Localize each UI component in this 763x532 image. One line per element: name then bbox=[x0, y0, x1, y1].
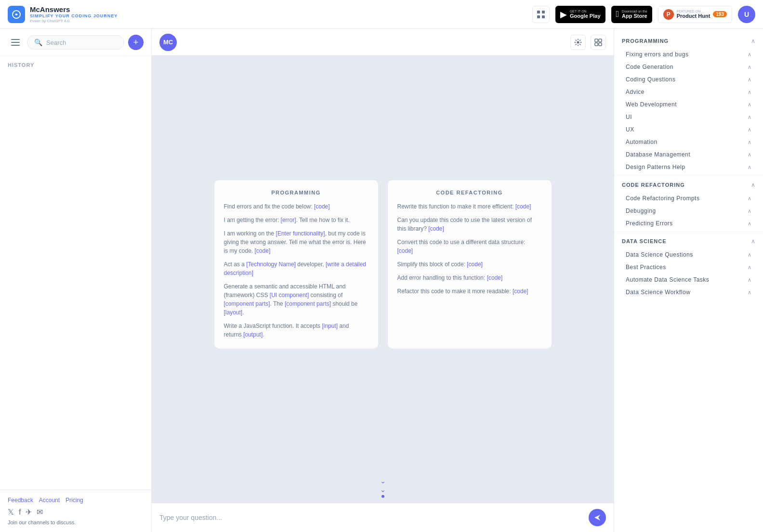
app-store-button[interactable]:  Download on the App Store bbox=[611, 6, 652, 23]
send-button[interactable] bbox=[589, 509, 606, 526]
facebook-icon[interactable]: f bbox=[19, 508, 21, 517]
product-hunt-logo: P bbox=[663, 9, 674, 20]
email-icon[interactable]: ✉ bbox=[37, 507, 43, 517]
left-sidebar: 🔍 Search + HISTORY Feedback Account Pric… bbox=[0, 29, 152, 532]
rs-item-ui[interactable]: UI ∧ bbox=[614, 111, 763, 123]
chevron-up-icon: ∧ bbox=[748, 64, 751, 70]
telegram-icon[interactable]: ✈ bbox=[26, 507, 32, 517]
svg-rect-10 bbox=[599, 39, 602, 42]
social-links: 𝕏 f ✈ ✉ bbox=[8, 507, 144, 517]
rs-item-code-generation[interactable]: Code Generation ∧ bbox=[614, 61, 763, 73]
prompt-item[interactable]: Find errors and fix the code below: [cod… bbox=[224, 202, 368, 211]
prompt-item[interactable]: Write a JavaScript function. It accepts … bbox=[224, 322, 368, 339]
chevron-up-icon: ∧ bbox=[748, 277, 751, 283]
chevron-up-icon: ∧ bbox=[748, 52, 751, 58]
chevron-up-icon: ∧ bbox=[751, 238, 755, 245]
prompt-item[interactable]: I am getting the error: [error]. Tell me… bbox=[224, 216, 368, 224]
chat-avatar: MC bbox=[159, 34, 177, 51]
rs-item-ux[interactable]: UX ∧ bbox=[614, 123, 763, 136]
rs-item-predicting-errors[interactable]: Predicting Errors ∧ bbox=[614, 217, 763, 230]
rs-section-code-refactoring[interactable]: CODE REFACTORING ∧ bbox=[614, 178, 763, 192]
programming-card-title: PROGRAMMING bbox=[224, 190, 368, 195]
prompt-cards-container: PROGRAMMING Find errors and fix the code… bbox=[214, 180, 552, 349]
google-play-button[interactable]: ▶ GET IT ON Google Play bbox=[555, 6, 605, 23]
layout-icon-btn[interactable] bbox=[591, 35, 606, 50]
rs-item-design-patterns[interactable]: Design Patterns Help ∧ bbox=[614, 161, 763, 173]
prompt-item[interactable]: Rewrite this function to make it more ef… bbox=[397, 202, 542, 211]
account-link[interactable]: Account bbox=[39, 497, 60, 504]
chevron-up-icon: ∧ bbox=[748, 264, 751, 271]
section-divider-2 bbox=[614, 232, 763, 232]
settings-icon-btn[interactable] bbox=[570, 35, 586, 50]
prompt-item[interactable]: Generate a semantic and accessible HTML … bbox=[224, 282, 368, 317]
rs-item-data-science-questions[interactable]: Data Science Questions ∧ bbox=[614, 248, 763, 261]
chat-input-area bbox=[152, 503, 614, 532]
app-tagline: SIMPLIFY YOUR CODING JOURNEY bbox=[30, 13, 118, 18]
prompt-item[interactable]: I am working on the [Enter functionality… bbox=[224, 229, 368, 255]
search-box[interactable]: 🔍 Search bbox=[27, 35, 124, 50]
pricing-link[interactable]: Pricing bbox=[66, 497, 83, 504]
chevron-up-icon: ∧ bbox=[748, 114, 751, 120]
hamburger-button[interactable] bbox=[8, 35, 23, 50]
rs-item-automation[interactable]: Automation ∧ bbox=[614, 136, 763, 148]
chat-header: MC bbox=[152, 29, 614, 56]
chevron-up-icon: ∧ bbox=[748, 77, 751, 83]
rs-item-fixing-errors[interactable]: Fixing errors and bugs ∧ bbox=[614, 48, 763, 61]
rs-item-advice[interactable]: Advice ∧ bbox=[614, 86, 763, 98]
prompt-item[interactable]: Add error handling to this function: [co… bbox=[397, 273, 542, 282]
chevron-up-icon: ∧ bbox=[748, 208, 751, 214]
rs-item-web-development[interactable]: Web Development ∧ bbox=[614, 98, 763, 111]
prompt-item[interactable]: Refactor this code to make it more reada… bbox=[397, 287, 542, 296]
svg-rect-5 bbox=[11, 39, 20, 40]
sidebar-top: 🔍 Search + bbox=[0, 29, 151, 56]
chevron-up-icon: ∧ bbox=[748, 289, 751, 296]
chat-input[interactable] bbox=[159, 514, 584, 521]
code-refactoring-card-title: CODE REFACTORING bbox=[397, 190, 542, 195]
chevron-up-icon: ∧ bbox=[748, 89, 751, 95]
rs-item-best-practices[interactable]: Best Practices ∧ bbox=[614, 261, 763, 273]
rs-item-refactoring-prompts[interactable]: Code Refactoring Prompts ∧ bbox=[614, 192, 763, 205]
chevron-up-icon: ∧ bbox=[748, 252, 751, 258]
search-placeholder-text: Search bbox=[46, 39, 66, 46]
chevron-down-icon: ⌄ bbox=[380, 478, 386, 484]
chevron-up-icon: ∧ bbox=[748, 164, 751, 170]
product-hunt-button[interactable]: P FEATURED ON Product Hunt 193 bbox=[658, 6, 732, 23]
prompt-item[interactable]: Convert this code to use a different dat… bbox=[397, 238, 542, 255]
rs-section-programming[interactable]: PROGRAMMING ∧ bbox=[614, 34, 763, 48]
rs-item-coding-questions[interactable]: Coding Questions ∧ bbox=[614, 73, 763, 86]
main-layout: 🔍 Search + HISTORY Feedback Account Pric… bbox=[0, 29, 763, 532]
prompt-item[interactable]: Act as a [Technology Name] developer, [w… bbox=[224, 260, 368, 277]
powered-by: Power by ChatGPT 4.0. bbox=[30, 19, 118, 23]
grid-view-button[interactable] bbox=[532, 6, 550, 23]
chevron-down-icon-2: ⌄ bbox=[380, 486, 386, 493]
google-play-icon: ▶ bbox=[560, 9, 567, 20]
product-hunt-count: 193 bbox=[713, 11, 727, 17]
center-main: MC PROGRAMM bbox=[152, 29, 614, 532]
scroll-dot bbox=[382, 495, 384, 498]
scroll-indicator: ⌄ ⌄ bbox=[152, 473, 614, 503]
feedback-link[interactable]: Feedback bbox=[8, 497, 33, 504]
rs-item-database-management[interactable]: Database Management ∧ bbox=[614, 148, 763, 161]
chevron-up-icon: ∧ bbox=[748, 102, 751, 108]
chevron-up-icon: ∧ bbox=[748, 127, 751, 133]
twitter-icon[interactable]: 𝕏 bbox=[8, 507, 14, 517]
svg-rect-2 bbox=[542, 11, 545, 13]
chevron-up-icon: ∧ bbox=[751, 38, 755, 44]
user-avatar[interactable]: U bbox=[738, 6, 755, 23]
svg-rect-3 bbox=[537, 15, 540, 18]
prompt-item[interactable]: Simplify this block of code: [code] bbox=[397, 260, 542, 269]
rs-item-debugging[interactable]: Debugging ∧ bbox=[614, 205, 763, 217]
chat-content: PROGRAMMING Find errors and fix the code… bbox=[152, 56, 614, 473]
join-text: Join our channels to discuss. bbox=[8, 519, 144, 525]
app-name: McAnswers bbox=[30, 5, 118, 13]
chevron-up-icon: ∧ bbox=[748, 221, 751, 227]
rs-item-data-science-workflow[interactable]: Data Science Workflow ∧ bbox=[614, 286, 763, 298]
header-actions: ▶ GET IT ON Google Play  Download on th… bbox=[532, 6, 755, 23]
logo-icon bbox=[8, 6, 25, 23]
svg-rect-4 bbox=[542, 15, 545, 18]
add-button[interactable]: + bbox=[128, 35, 144, 50]
app-header: McAnswers SIMPLIFY YOUR CODING JOURNEY P… bbox=[0, 0, 763, 29]
rs-item-automate-data-science[interactable]: Automate Data Science Tasks ∧ bbox=[614, 273, 763, 286]
rs-section-data-science[interactable]: DATA SCIENCE ∧ bbox=[614, 234, 763, 248]
prompt-item[interactable]: Can you update this code to use the late… bbox=[397, 216, 542, 233]
